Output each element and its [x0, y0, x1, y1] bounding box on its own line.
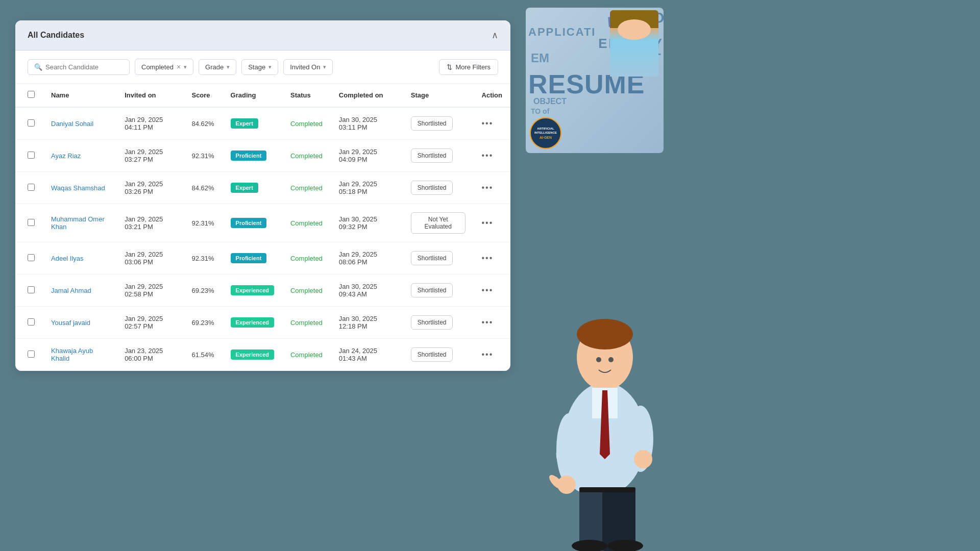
search-icon: 🔍 — [34, 63, 42, 71]
col-name: Name — [43, 84, 116, 107]
col-invited-on: Invited on — [116, 84, 183, 107]
table-row: Jamal Ahmad Jan 29, 2025 02:58 PM 69.23%… — [15, 274, 510, 307]
completed-on-4: Jan 29, 2025 08:06 PM — [331, 242, 403, 274]
stage-1[interactable]: Shortlisted — [403, 140, 474, 172]
completed-on-3: Jan 30, 2025 09:32 PM — [331, 204, 403, 242]
stage-0[interactable]: Shortlisted — [403, 107, 474, 140]
row-checkbox-4[interactable] — [28, 254, 35, 261]
action-5[interactable]: ••• — [474, 274, 510, 307]
action-6[interactable]: ••• — [474, 307, 510, 339]
stage-7[interactable]: Shortlisted — [403, 339, 474, 371]
stage-filter-chip[interactable]: Stage ▾ — [241, 59, 278, 75]
status-filter-remove[interactable]: × — [177, 63, 181, 71]
search-input[interactable] — [45, 63, 117, 71]
table-body: Daniyal Sohail Jan 29, 2025 04:11 PM 84.… — [15, 107, 510, 371]
candidate-name-0[interactable]: Daniyal Sohail — [51, 120, 93, 128]
svg-point-9 — [634, 450, 652, 468]
score-7: 61.54% — [183, 339, 222, 371]
filter-icon: ⇅ — [447, 63, 452, 71]
stage-2[interactable]: Shortlisted — [403, 172, 474, 204]
action-2[interactable]: ••• — [474, 172, 510, 204]
col-status: Status — [282, 84, 331, 107]
invited-on-0: Jan 29, 2025 04:11 PM — [116, 107, 183, 140]
status-0: Completed — [282, 107, 331, 140]
candidate-name-6[interactable]: Yousaf javaid — [51, 319, 90, 327]
invited-on-4: Jan 29, 2025 03:06 PM — [116, 242, 183, 274]
candidate-name-5[interactable]: Jamal Ahmad — [51, 287, 91, 294]
close-icon[interactable]: ∧ — [492, 30, 498, 41]
invited-on-filter-label: Invited On — [290, 63, 320, 71]
select-all-checkbox[interactable] — [28, 91, 35, 98]
row-checkbox-5[interactable] — [28, 286, 35, 293]
table-row: Daniyal Sohail Jan 29, 2025 04:11 PM 84.… — [15, 107, 510, 140]
status-7: Completed — [282, 339, 331, 371]
row-checkbox-3[interactable] — [28, 219, 35, 226]
grading-2: Expert — [223, 172, 282, 204]
more-filters-button[interactable]: ⇅ More Filters — [439, 59, 498, 75]
bg-text-to-of: TO of — [531, 107, 549, 115]
stage-4[interactable]: Shortlisted — [403, 242, 474, 274]
completed-on-6: Jan 30, 2025 12:18 PM — [331, 307, 403, 339]
action-1[interactable]: ••• — [474, 140, 510, 172]
candidate-name-3[interactable]: Muhammad Omer Khan — [51, 215, 105, 231]
ai-badge-text: ARTIFICIALINTELLIGENCE — [534, 127, 557, 134]
completed-on-2: Jan 29, 2025 05:18 PM — [331, 172, 403, 204]
stage-filter-label: Stage — [248, 63, 265, 71]
candidate-name-2[interactable]: Waqas Shamshad — [51, 184, 105, 192]
svg-point-16 — [596, 357, 601, 362]
col-action: Action — [474, 84, 510, 107]
status-filter-chip[interactable]: Completed × ▾ — [135, 59, 193, 75]
col-stage: Stage — [403, 84, 474, 107]
candidates-table: Name Invited on Score Grading Status Com… — [15, 84, 510, 371]
action-4[interactable]: ••• — [474, 242, 510, 274]
row-checkbox-2[interactable] — [28, 184, 35, 191]
stage-6[interactable]: Shortlisted — [403, 307, 474, 339]
status-filter-chevron: ▾ — [184, 64, 187, 70]
status-3: Completed — [282, 204, 331, 242]
search-box[interactable]: 🔍 — [28, 59, 130, 75]
grade-filter-label: Grade — [205, 63, 224, 71]
row-checkbox-0[interactable] — [28, 119, 35, 127]
status-6: Completed — [282, 307, 331, 339]
filters-row: 🔍 Completed × ▾ Grade ▾ Stage ▾ Invited … — [15, 51, 510, 84]
grade-filter-chip[interactable]: Grade ▾ — [199, 59, 236, 75]
stage-3[interactable]: Not Yet Evaluated — [403, 204, 474, 242]
row-checkbox-6[interactable] — [28, 318, 35, 325]
col-grading: Grading — [223, 84, 282, 107]
standing-person-svg — [523, 291, 687, 551]
completed-on-5: Jan 30, 2025 09:43 AM — [331, 274, 403, 307]
score-5: 69.23% — [183, 274, 222, 307]
grading-3: Proficient — [223, 204, 282, 242]
candidate-name-1[interactable]: Ayaz Riaz — [51, 152, 81, 160]
score-0: 84.62% — [183, 107, 222, 140]
invited-on-3: Jan 29, 2025 03:21 PM — [116, 204, 183, 242]
action-0[interactable]: ••• — [474, 107, 510, 140]
ai-badge-label: AI·GEN — [540, 136, 552, 139]
completed-on-7: Jan 24, 2025 01:43 AM — [331, 339, 403, 371]
invited-on-filter-chip[interactable]: Invited On ▾ — [283, 59, 333, 75]
completed-on-0: Jan 30, 2025 03:11 PM — [331, 107, 403, 140]
invited-on-5: Jan 29, 2025 02:58 PM — [116, 274, 183, 307]
status-2: Completed — [282, 172, 331, 204]
candidate-name-7[interactable]: Khawaja Ayub Khalid — [51, 347, 93, 362]
grading-6: Experienced — [223, 307, 282, 339]
action-3[interactable]: ••• — [474, 204, 510, 242]
status-5: Completed — [282, 274, 331, 307]
person-top-image — [610, 10, 658, 77]
stage-5[interactable]: Shortlisted — [403, 274, 474, 307]
candidate-name-4[interactable]: Adeel Ilyas — [51, 255, 84, 262]
score-6: 69.23% — [183, 307, 222, 339]
row-checkbox-7[interactable] — [28, 350, 35, 358]
row-checkbox-1[interactable] — [28, 152, 35, 159]
svg-point-2 — [577, 319, 633, 349]
invited-on-6: Jan 29, 2025 02:57 PM — [116, 307, 183, 339]
grading-4: Proficient — [223, 242, 282, 274]
status-filter-label: Completed — [141, 63, 174, 71]
standing-person-container — [523, 291, 687, 551]
score-4: 92.31% — [183, 242, 222, 274]
resume-image-container: EMPLO APPLICATI EMPLOY EM ENT RESUME OBJ… — [526, 8, 664, 153]
invited-on-1: Jan 29, 2025 03:27 PM — [116, 140, 183, 172]
grading-0: Expert — [223, 107, 282, 140]
action-7[interactable]: ••• — [474, 339, 510, 371]
panel-title: All Candidates — [28, 31, 84, 40]
